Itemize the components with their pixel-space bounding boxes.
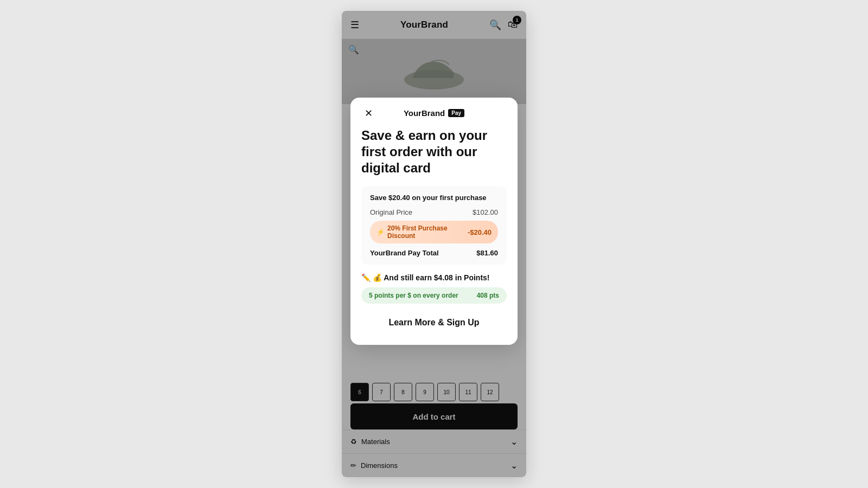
discount-label-wrap: ⚡ 20% First Purchase Discount bbox=[376, 224, 468, 240]
savings-modal: ✕ YourBrand Pay Save & earn on your firs… bbox=[350, 98, 518, 345]
discount-label: 20% First Purchase Discount bbox=[387, 224, 468, 240]
modal-title: Save & earn on your first order with our… bbox=[361, 127, 507, 176]
points-earned: 408 pts bbox=[477, 292, 499, 299]
original-price-label: Original Price bbox=[370, 208, 412, 216]
original-price-value: $102.00 bbox=[473, 208, 498, 216]
points-pill: 5 points per $ on every order 408 pts bbox=[361, 287, 507, 304]
modal-brand: YourBrand Pay bbox=[404, 108, 464, 118]
modal-brand-name: YourBrand bbox=[404, 108, 445, 118]
modal-close-button[interactable]: ✕ bbox=[361, 106, 376, 120]
savings-headline: Save $20.40 on your first purchase bbox=[370, 194, 498, 202]
original-price-row: Original Price $102.00 bbox=[370, 208, 498, 216]
points-headline: ✏️ 💰 And still earn $4.08 in Points! bbox=[361, 273, 507, 282]
total-label: YourBrand Pay Total bbox=[370, 249, 439, 257]
modal-cta-button[interactable]: Learn More & Sign Up bbox=[361, 316, 507, 330]
savings-card: Save $20.40 on your first purchase Origi… bbox=[361, 186, 507, 265]
modal-header: ✕ YourBrand Pay bbox=[361, 108, 507, 118]
points-rate: 5 points per $ on every order bbox=[369, 292, 458, 299]
phone-container: ☰ YourBrand 🔍 🛍 1 🔍 6 7 8 9 10 11 12 Add… bbox=[342, 11, 526, 477]
lightning-icon: ⚡ bbox=[376, 228, 385, 236]
total-value: $81.60 bbox=[476, 249, 498, 257]
total-row: YourBrand Pay Total $81.60 bbox=[370, 249, 498, 257]
discount-row: ⚡ 20% First Purchase Discount -$20.40 bbox=[370, 221, 498, 243]
discount-value: -$20.40 bbox=[468, 228, 492, 236]
pay-badge: Pay bbox=[448, 109, 464, 117]
